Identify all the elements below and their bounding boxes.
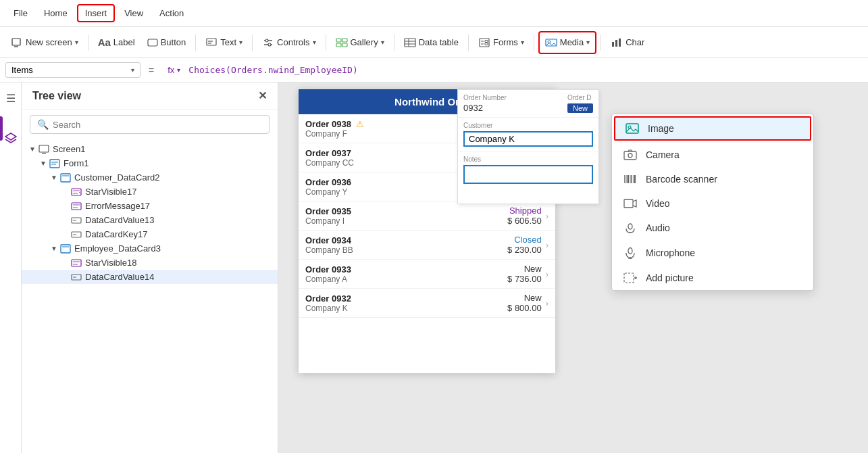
- warning-icon-0938: ⚠: [356, 119, 364, 129]
- tree-label-employee-datacard3: Employee_DataCard3: [74, 243, 161, 254]
- order-number-label: Order Number: [463, 94, 562, 101]
- media-item-camera[interactable]: Camera: [612, 143, 813, 167]
- svg-rect-29: [39, 145, 49, 152]
- menu-bar: File Home Insert View Action: [0, 0, 868, 27]
- svg-rect-34: [61, 174, 70, 182]
- svg-rect-10: [336, 39, 341, 42]
- customer-input[interactable]: [463, 131, 593, 147]
- new-screen-button[interactable]: New screen ▾: [5, 32, 84, 53]
- media-item-microphone[interactable]: Microphone: [612, 240, 813, 266]
- camera-icon: [623, 149, 638, 160]
- order-info-0933: Order 0933 Company A: [305, 264, 507, 284]
- tree-arrow-employee-dc3: ▼: [49, 245, 59, 252]
- menu-insert[interactable]: Insert: [77, 4, 116, 22]
- media-item-image[interactable]: Image: [614, 116, 811, 141]
- order-row-0934[interactable]: Order 0934 Company BB Closed $ 230.00 ›: [299, 231, 555, 260]
- tree-item-customer-datacard2[interactable]: ▼ Customer_DataCard2: [22, 170, 278, 185]
- forms-button[interactable]: Forms ▾: [473, 32, 530, 53]
- video-icon: [623, 198, 638, 209]
- text-button[interactable]: Text ▾: [200, 32, 248, 53]
- tree-item-starvisible18[interactable]: ▶ StarVisible18: [22, 256, 278, 270]
- formula-input[interactable]: [188, 65, 863, 75]
- screen-icon: [38, 145, 50, 154]
- order-info-0932: Order 0932 Company K: [305, 293, 507, 313]
- order-status-0934: Closed: [507, 235, 542, 245]
- svg-rect-31: [50, 160, 59, 168]
- tree-item-employee-datacard3[interactable]: ▼ Employee_DataCard3: [22, 241, 278, 256]
- search-box[interactable]: 🔍: [30, 115, 270, 134]
- starvisible-icon: [70, 187, 82, 197]
- label-icon: Aa: [98, 37, 111, 48]
- text-label: Text: [220, 37, 236, 47]
- media-item-video[interactable]: Video: [612, 191, 813, 216]
- tree-close-button[interactable]: ✕: [258, 89, 267, 102]
- media-item-audio[interactable]: Audio: [612, 216, 813, 240]
- main-layout: ☰ Tree view ✕ 🔍 ▼ Screen1: [0, 82, 868, 453]
- tree-item-datacardvalue13[interactable]: ▶ DataCardValue13: [22, 213, 278, 227]
- active-sidebar-strip: [0, 116, 3, 141]
- order-date-label: Order D: [567, 94, 593, 101]
- new-screen-label: New screen: [26, 37, 72, 47]
- media-label: Media: [560, 37, 584, 47]
- svg-rect-71: [624, 273, 634, 283]
- order-row-0935[interactable]: Order 0935 Company I Shipped $ 606.50 ›: [299, 201, 555, 231]
- button-button[interactable]: Button: [142, 33, 192, 52]
- order-row-0932[interactable]: Order 0932 Company K New $ 800.00 ›: [299, 289, 555, 318]
- formula-bar: Items ▾ = fx ▾: [0, 58, 868, 82]
- order-chevron-0935: ›: [546, 211, 548, 221]
- controls-chevron-icon: ▾: [313, 39, 316, 46]
- svg-rect-36: [72, 189, 81, 195]
- gallery-button[interactable]: Gallery ▾: [330, 32, 390, 53]
- label-button[interactable]: Aa Label: [93, 32, 141, 52]
- menu-action[interactable]: Action: [153, 5, 190, 21]
- toolbar: New screen ▾ Aa Label Button Text ▾ Cont…: [0, 27, 868, 58]
- order-number-0935: Order 0935: [305, 206, 507, 216]
- chart-label: Char: [626, 37, 644, 47]
- media-dropdown: Image Camera Barcode scanner: [611, 114, 814, 291]
- svg-rect-18: [480, 39, 489, 47]
- order-status-0932: New: [507, 293, 542, 303]
- detail-order-number: 0932: [463, 103, 562, 113]
- media-icon: [545, 37, 557, 49]
- fx-button[interactable]: fx ▾: [162, 65, 186, 75]
- tree-item-errormessage17[interactable]: ▶ ErrorMessage17: [22, 199, 278, 213]
- order-row-0933[interactable]: Order 0933 Company A New $ 736.00 ›: [299, 260, 555, 289]
- layers-icon[interactable]: [2, 129, 20, 149]
- media-item-addpicture[interactable]: Add picture: [612, 266, 813, 290]
- chart-button[interactable]: Char: [605, 32, 650, 53]
- menu-home[interactable]: Home: [37, 5, 74, 21]
- microphone-label: Microphone: [646, 247, 695, 258]
- tree-item-starvisible17[interactable]: ▶ StarVisible17: [22, 185, 278, 199]
- order-chevron-0933: ›: [546, 269, 548, 279]
- barcode-label: Barcode scanner: [646, 174, 717, 185]
- tree-item-screen1[interactable]: ▼ Screen1: [22, 142, 278, 156]
- datacardkey17-icon: [70, 230, 82, 239]
- search-input[interactable]: [53, 120, 262, 130]
- controls-button[interactable]: Controls ▾: [257, 32, 321, 53]
- svg-rect-12: [336, 43, 341, 47]
- media-item-barcode[interactable]: Barcode scanner: [612, 167, 813, 191]
- data-table-button[interactable]: Data table: [399, 32, 464, 53]
- svg-point-66: [628, 224, 632, 229]
- order-info-0935: Order 0935 Company I: [305, 206, 507, 226]
- svg-rect-20: [485, 40, 488, 42]
- barcode-icon: [623, 174, 638, 185]
- tree-item-datacardvalue14[interactable]: ▶ DataCardValue14: [22, 270, 278, 284]
- menu-file[interactable]: File: [7, 5, 34, 21]
- order-chevron-0932: ›: [546, 298, 548, 308]
- notes-input[interactable]: [463, 165, 593, 184]
- data-table-label: Data table: [419, 37, 459, 47]
- media-button[interactable]: Media ▾: [538, 31, 596, 54]
- tree-item-form1[interactable]: ▼ Form1: [22, 156, 278, 170]
- canvas-area: Northwind Or Order 0938 ⚠ Company F Clos…: [278, 82, 868, 453]
- tree-panel: Tree view ✕ 🔍 ▼ Screen1 ▼: [22, 82, 278, 453]
- hamburger-icon[interactable]: ☰: [3, 89, 18, 108]
- order-number-0933: Order 0933: [305, 264, 507, 275]
- order-company-0935: Company I: [305, 216, 507, 226]
- tree-item-datacardkey17[interactable]: ▶ DataCardKey17: [22, 227, 278, 241]
- menu-view[interactable]: View: [118, 5, 150, 21]
- items-dropdown[interactable]: Items ▾: [5, 62, 141, 78]
- media-chevron-icon: ▾: [586, 39, 590, 46]
- order-number-0934: Order 0934: [305, 235, 507, 245]
- order-amount-0935: $ 606.50: [507, 216, 542, 226]
